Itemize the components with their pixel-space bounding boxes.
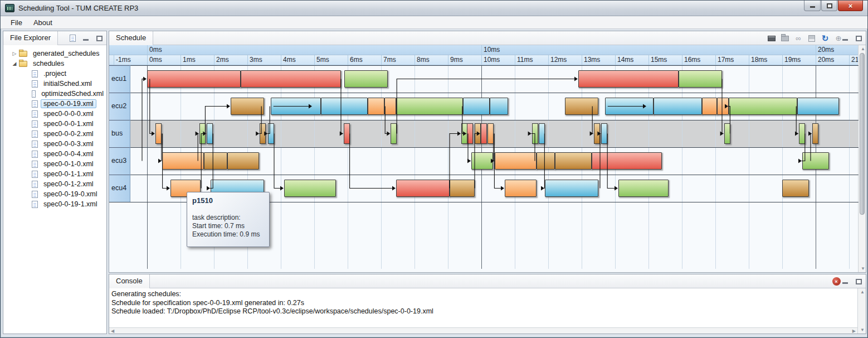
maximize-panel-icon[interactable] <box>854 277 864 286</box>
task-bar[interactable] <box>471 152 493 170</box>
tree-item-spec0-0-19-1-xml[interactable]: spec0-0-19-1.xml <box>3 199 106 209</box>
link-icon[interactable]: ∞ <box>793 34 803 43</box>
snapshot-icon[interactable] <box>767 34 777 43</box>
bus-message-bar[interactable] <box>487 123 494 144</box>
tree-item-schedules[interactable]: ◢schedules <box>3 59 106 69</box>
tree-item-spec0-0-1-2-xml[interactable]: spec0-0-1-2.xml <box>3 179 106 189</box>
bus-message-bar[interactable] <box>344 123 350 144</box>
task-bar[interactable] <box>147 70 241 88</box>
task-bar[interactable] <box>592 152 662 170</box>
new-file-icon[interactable] <box>67 34 77 43</box>
bus-message-bar[interactable] <box>532 123 538 144</box>
tree-item--project[interactable]: .project <box>3 69 106 79</box>
menu-item-about[interactable]: About <box>28 17 58 28</box>
bus-message-bar[interactable] <box>268 123 274 144</box>
bus-message-bar[interactable] <box>601 123 607 144</box>
task-bar[interactable] <box>396 98 463 115</box>
tree-item-spec0-0-0-2-xml[interactable]: spec0-0-0-2.xml <box>3 129 106 139</box>
tab-schedule[interactable]: Schedule <box>109 31 153 45</box>
tree-item-generated-schedules[interactable]: ▷generated_schedules <box>3 49 106 59</box>
task-bar[interactable] <box>490 98 508 115</box>
window-minimize-button[interactable] <box>804 1 821 11</box>
task-bar[interactable] <box>702 98 717 115</box>
task-bar[interactable] <box>729 98 797 115</box>
task-bar[interactable] <box>654 98 702 115</box>
tab-console[interactable]: Console <box>109 274 150 288</box>
task-bar[interactable] <box>679 70 722 88</box>
file-icon <box>32 70 38 78</box>
task-bar[interactable] <box>495 152 537 170</box>
task-bar[interactable] <box>227 152 259 170</box>
task-bar[interactable] <box>321 98 368 115</box>
maximize-panel-icon[interactable] <box>94 34 104 43</box>
bus-message-bar[interactable] <box>594 123 600 144</box>
save-icon[interactable] <box>807 34 817 43</box>
menu-item-file[interactable]: File <box>5 17 28 28</box>
tree-item-spec0-0-0-0-xml[interactable]: spec0-0-0-0.xml <box>3 109 106 119</box>
refresh-icon[interactable]: ↻ <box>820 34 830 43</box>
task-bar[interactable] <box>463 98 490 115</box>
row-label-ecu4: ecu4 <box>111 184 126 192</box>
task-bar[interactable] <box>605 98 654 115</box>
task-bar[interactable] <box>204 152 227 170</box>
task-bar[interactable] <box>396 180 450 197</box>
minimize-panel-icon[interactable] <box>840 34 850 43</box>
bus-message-bar[interactable] <box>724 123 730 144</box>
bus-message-bar[interactable] <box>799 123 805 144</box>
task-bar[interactable] <box>618 180 669 197</box>
maximize-panel-icon[interactable] <box>854 34 864 43</box>
tree-item-initialsched-xml[interactable]: initialSched.xml <box>3 79 106 89</box>
schedule-vertical-scrollbar[interactable]: ▲ ▼ <box>858 45 866 272</box>
task-bar[interactable] <box>384 98 396 115</box>
task-bar[interactable] <box>231 98 264 115</box>
task-bar[interactable] <box>797 98 839 115</box>
task-bar[interactable] <box>450 180 475 197</box>
task-bar[interactable] <box>162 152 204 170</box>
tree-item-spec0-0-0-3-xml[interactable]: spec0-0-0-3.xml <box>3 139 106 149</box>
twisty-collapsed-icon[interactable]: ▷ <box>11 51 18 56</box>
tree-item-label: spec0-0-1-0.xml <box>41 160 96 168</box>
bus-message-bar[interactable] <box>812 123 818 144</box>
bus-message-bar[interactable] <box>467 123 473 144</box>
tree-item-spec0-0-1-0-xml[interactable]: spec0-0-1-0.xml <box>3 159 106 169</box>
window-maximize-button[interactable] <box>821 1 837 11</box>
task-bar[interactable] <box>578 70 679 88</box>
bus-message-bar[interactable] <box>260 123 266 144</box>
title-bar[interactable]: Scheduling Tool - TUM CREATE RP3 × <box>1 1 867 16</box>
bus-message-bar[interactable] <box>475 123 481 144</box>
task-bar[interactable] <box>545 180 598 197</box>
bus-message-bar[interactable] <box>539 123 545 144</box>
grid-line <box>415 65 415 269</box>
tree-item-spec0-0-0-1-xml[interactable]: spec0-0-0-1.xml <box>3 119 106 129</box>
task-bar[interactable] <box>368 98 384 115</box>
tree-item-spec0-0-0-4-xml[interactable]: spec0-0-0-4.xml <box>3 149 106 159</box>
bus-message-bar[interactable] <box>199 123 206 144</box>
tree-item-spec0-0-19-0-xml[interactable]: spec0-0-19-0.xml <box>3 189 106 199</box>
bus-message-bar[interactable] <box>155 123 162 144</box>
bus-message-bar[interactable] <box>481 123 487 144</box>
export-folder-icon[interactable] <box>780 34 790 43</box>
bus-message-bar[interactable] <box>391 123 397 144</box>
task-bar[interactable] <box>555 152 592 170</box>
minimize-panel-icon[interactable] <box>840 277 850 286</box>
task-bar[interactable] <box>505 180 537 197</box>
task-bar[interactable] <box>284 180 336 197</box>
bus-message-bar[interactable] <box>207 123 213 144</box>
task-bar[interactable] <box>717 98 729 115</box>
tree-item-spec0-0-1-1-xml[interactable]: spec0-0-1-1.xml <box>3 169 106 179</box>
console-horizontal-scrollbar[interactable]: ◀ ▶ <box>109 327 857 334</box>
task-bar[interactable] <box>271 98 321 115</box>
console-vertical-scrollbar[interactable]: ▲ ▼ <box>857 288 866 334</box>
twisty-expanded-icon[interactable]: ◢ <box>11 61 18 66</box>
minimize-panel-icon[interactable] <box>81 34 91 43</box>
window-close-button[interactable]: × <box>838 1 863 11</box>
task-bar[interactable] <box>344 70 388 88</box>
task-bar[interactable] <box>565 98 598 115</box>
task-bar[interactable] <box>802 152 829 170</box>
tree-item-optimizedsched-xml[interactable]: optimizedSched.xml <box>3 89 106 99</box>
tree-item-spec-0-0-19-xml[interactable]: spec-0-0-19.xml <box>3 99 106 109</box>
tab-file-explorer[interactable]: File Explorer <box>3 31 58 45</box>
task-bar[interactable] <box>241 70 341 88</box>
task-bar[interactable] <box>782 180 809 197</box>
task-bar[interactable] <box>537 152 555 170</box>
